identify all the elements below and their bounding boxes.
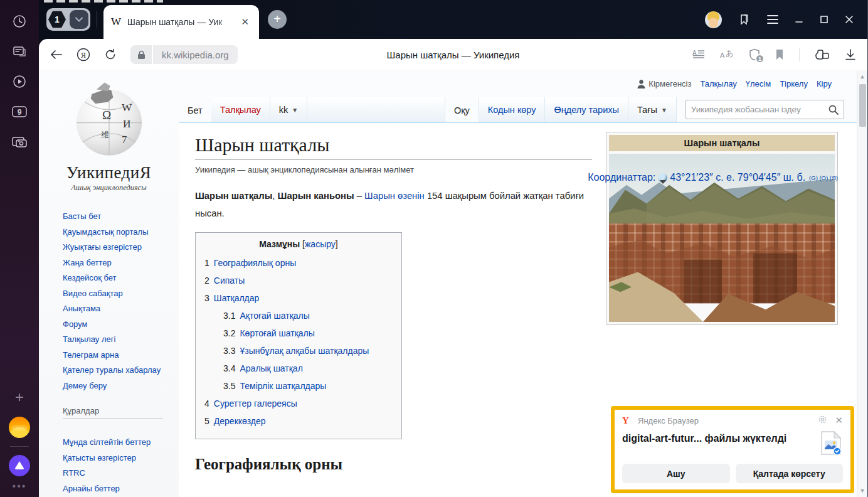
toc-item: 1Географиялық орны bbox=[204, 254, 393, 272]
article-tagline: Уикипедия — ашық энциклопедиясынан алынғ… bbox=[195, 165, 414, 174]
toc-item: 3.5Темірлік шатқалдары bbox=[204, 377, 393, 395]
wiki-nav-link[interactable]: Анықтама bbox=[63, 301, 179, 317]
charyn-river-link[interactable]: Шарын өзенін bbox=[364, 191, 425, 201]
wikipedia-logo[interactable]: W Ω И 维 7 УикипедиЯ Ашық энциклопедиясы bbox=[46, 79, 172, 193]
wiki-search-input[interactable] bbox=[691, 105, 828, 114]
add-panel-icon[interactable]: + bbox=[9, 387, 30, 408]
toc-link[interactable]: Көртоғай шатқалы bbox=[240, 328, 314, 338]
wiki-nav-link[interactable]: Басты бет bbox=[63, 209, 179, 225]
minimize-button[interactable] bbox=[795, 15, 803, 24]
browser-window: 9 + ••• 1 W Шарын шатқалы — Уик ✕ bbox=[0, 0, 868, 497]
screenshot-icon[interactable] bbox=[9, 131, 30, 152]
maximize-button[interactable] bbox=[820, 15, 828, 24]
toc-link[interactable]: Дереккөздер bbox=[214, 416, 266, 426]
user-talk-link[interactable]: Талқылау bbox=[700, 79, 736, 88]
translate-icon[interactable]: Aあ bbox=[720, 49, 734, 60]
tab-group-chevron-icon[interactable] bbox=[70, 10, 88, 29]
downloads-icon[interactable] bbox=[845, 48, 856, 61]
svg-text:9: 9 bbox=[18, 108, 22, 117]
download-notification: Y Яндекс Браузер ✕ digital-art-futur... … bbox=[611, 406, 854, 493]
browser-sidebar: 9 + ••• bbox=[0, 0, 39, 497]
url-field[interactable]: kk.wikipedia.org bbox=[153, 45, 238, 64]
open-file-button[interactable]: Ашу bbox=[622, 464, 730, 483]
svg-text:Я: Я bbox=[81, 51, 86, 60]
toc-link[interactable]: Аралық шатқал bbox=[240, 363, 302, 373]
search-icon[interactable] bbox=[828, 105, 839, 115]
toc-list: 1Географиялық орны 2Сипаты 3Шатқалдар 3.… bbox=[204, 254, 393, 430]
tab-page[interactable]: Бет bbox=[179, 98, 211, 123]
reload-button[interactable] bbox=[104, 48, 117, 61]
table-of-contents: Мазмұны [жасыру] 1Географиялық орны 2Сип… bbox=[195, 232, 402, 439]
notes-icon[interactable] bbox=[9, 41, 30, 62]
toc-link[interactable]: Шатқалдар bbox=[214, 293, 260, 303]
scroll-down-arrow[interactable]: ▼ bbox=[860, 484, 865, 497]
extensions-icon[interactable] bbox=[815, 48, 830, 61]
tab-history[interactable]: Өңделу тарихы bbox=[545, 97, 628, 122]
toc-item: 3.2Көртоғай шатқалы bbox=[204, 324, 393, 342]
wiki-nav-link[interactable]: Демеу беру bbox=[63, 378, 179, 394]
toc-link[interactable]: Ұзынбұлақ алқабы шатқалдары bbox=[240, 346, 369, 356]
toc-link[interactable]: Сипаты bbox=[214, 275, 245, 286]
protect-shield-icon[interactable]: 1 bbox=[749, 48, 760, 61]
active-tab[interactable]: W Шарын шатқалы — Уик ✕ bbox=[103, 5, 259, 39]
user-contrib-link[interactable]: Үлесім bbox=[746, 79, 771, 88]
back-button[interactable] bbox=[50, 50, 63, 60]
bookmark-flag-icon[interactable] bbox=[775, 49, 784, 60]
toc-link[interactable]: Ақтоғай шатқалы bbox=[240, 311, 309, 321]
wiki-nav-link[interactable]: Қателер туралы хабарлау bbox=[63, 363, 179, 378]
page-scrollbar[interactable]: ▲ ▼ bbox=[857, 70, 867, 497]
reader-mode-icon[interactable]: A bbox=[692, 50, 705, 60]
sidebar-more-icon[interactable]: ••• bbox=[13, 481, 27, 492]
scroll-up-arrow[interactable]: ▲ bbox=[860, 70, 865, 83]
bookmarks-icon[interactable] bbox=[738, 13, 751, 26]
scroll-thumb[interactable] bbox=[859, 84, 866, 127]
site-security-lock-icon[interactable] bbox=[130, 45, 152, 64]
tab-more-dropdown[interactable]: Тағы▼ bbox=[628, 97, 677, 122]
anon-user: Кірмегенсіз bbox=[637, 79, 691, 88]
new-tab-button[interactable]: + bbox=[268, 10, 287, 29]
tab-close-icon[interactable]: ✕ bbox=[238, 15, 251, 29]
toc-link[interactable]: Географиялық орны bbox=[214, 258, 296, 268]
wiki-nav-links: Басты бетҚауымдастық порталыЖуықтағы өзг… bbox=[63, 209, 179, 393]
wiki-tools-link[interactable]: RTRC bbox=[63, 466, 179, 481]
downloaded-file-icon[interactable] bbox=[820, 430, 842, 456]
tab-read[interactable]: Оқу bbox=[445, 98, 479, 123]
toc-link[interactable]: Темірлік шатқалдары bbox=[240, 381, 326, 391]
menu-icon[interactable] bbox=[767, 15, 778, 24]
toc-item: 3.1Ақтоғай шатқалы bbox=[204, 307, 393, 324]
toc-link[interactable]: Суреттер галереясы bbox=[214, 398, 297, 409]
popup-settings-icon[interactable] bbox=[818, 415, 827, 426]
wiki-tools-link[interactable]: Мұнда сілтейтін беттер bbox=[63, 435, 179, 451]
video-icon[interactable] bbox=[9, 71, 30, 92]
show-in-folder-button[interactable]: Қалтада көрсету bbox=[736, 464, 844, 483]
tabs-counter[interactable]: 9 bbox=[9, 101, 30, 122]
wiki-tools-link[interactable]: Арнайы беттер bbox=[63, 481, 179, 497]
popup-close-icon[interactable]: ✕ bbox=[835, 415, 843, 426]
tab-discussion[interactable]: Талқылау bbox=[211, 97, 270, 122]
wiki-nav-link[interactable]: Телеграм арна bbox=[63, 348, 179, 363]
coordinates-link[interactable]: 43°21′23″ с. е. 79°04′45″ ш. б. bbox=[670, 172, 805, 183]
wiki-nav-link[interactable]: Талқылау легі bbox=[63, 332, 179, 348]
wiki-nav-link[interactable]: Форум bbox=[63, 317, 179, 333]
tab-group-chip[interactable]: 1 bbox=[46, 8, 90, 31]
tab-view-source[interactable]: Кодын көру bbox=[479, 97, 546, 122]
toc-hide-link[interactable]: жасыру bbox=[305, 239, 336, 249]
close-button[interactable] bbox=[845, 15, 854, 24]
wiki-nav-link[interactable]: Жаңа беттер bbox=[63, 255, 179, 271]
wiki-nav-link[interactable]: Қауымдастық порталы bbox=[63, 225, 179, 240]
wiki-nav-link[interactable]: Кездейсоқ бет bbox=[63, 270, 179, 286]
yandex-browser-logo[interactable] bbox=[9, 417, 30, 438]
user-register-link[interactable]: Тіркелу bbox=[780, 79, 808, 88]
wiki-nav-link[interactable]: Видео сабақтар bbox=[63, 286, 179, 302]
wiki-nav-link[interactable]: Жуықтағы өзгерістер bbox=[63, 240, 179, 255]
user-login-link[interactable]: Кіру bbox=[817, 79, 832, 88]
wiki-tools-link[interactable]: Қатысты өзгерістер bbox=[63, 451, 179, 466]
coordinates-globe-icon[interactable] bbox=[658, 173, 667, 183]
history-icon[interactable] bbox=[9, 11, 30, 32]
tab-language-selector[interactable]: kk▼ bbox=[270, 97, 307, 122]
coordinates-sups[interactable]: (G) (O) (Я) bbox=[809, 174, 838, 181]
profile-avatar[interactable] bbox=[705, 11, 722, 28]
toc-title: Мазмұны bbox=[259, 239, 300, 249]
alice-assistant-icon[interactable] bbox=[9, 455, 30, 476]
yandex-search-button[interactable]: Я bbox=[77, 48, 90, 61]
